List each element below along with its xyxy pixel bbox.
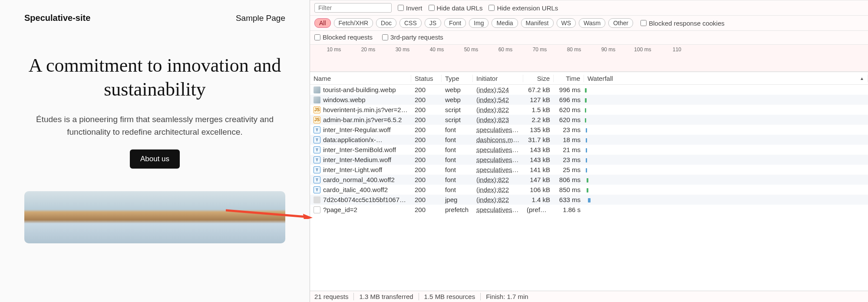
filter-toolbar-2: Blocked requests 3rd-party requests xyxy=(310,31,868,45)
network-request-row[interactable]: Tdata:application/x-…200fontdashicons.mi… xyxy=(310,135,868,145)
request-status: 200 xyxy=(411,156,442,163)
type-filter-all[interactable]: All xyxy=(314,18,331,28)
blocked-requests-checkbox[interactable]: Blocked requests xyxy=(314,33,373,41)
col-header-name[interactable]: Name xyxy=(310,75,411,82)
request-name: data:application/x-… xyxy=(323,136,383,143)
col-header-waterfall[interactable]: Waterfall▲ xyxy=(584,75,868,82)
type-filter-font[interactable]: Font xyxy=(444,18,466,28)
request-name: inter_Inter-Light.woff xyxy=(323,166,382,173)
request-size: 141 kB xyxy=(523,166,554,173)
network-request-row[interactable]: JShoverintent-js.min.js?ver=2.2.1200scri… xyxy=(310,105,868,115)
network-request-row[interactable]: Tinter_Inter-Medium.woff200fontspeculati… xyxy=(310,155,868,165)
network-summary-bar: 21 requests 1.3 MB transferred 1.5 MB re… xyxy=(310,291,868,302)
request-initiator[interactable]: speculativesite.kir xyxy=(473,126,523,133)
network-request-row[interactable]: Tinter_Inter-Light.woff200fontspeculativ… xyxy=(310,165,868,175)
network-request-row[interactable]: ?page_id=2200prefetchspeculativesite.kir… xyxy=(310,205,868,215)
request-initiator[interactable]: (index):822 xyxy=(473,106,523,113)
type-filter-js[interactable]: JS xyxy=(425,18,441,28)
request-status: 200 xyxy=(411,126,442,133)
request-status: 200 xyxy=(411,116,442,123)
timeline-tick: 90 ms xyxy=(601,46,616,53)
request-initiator[interactable]: (index):822 xyxy=(473,186,523,193)
type-filter-media[interactable]: Media xyxy=(492,18,518,28)
network-request-row[interactable]: Tinter_Inter-Regular.woff200fontspeculat… xyxy=(310,125,868,135)
request-initiator[interactable]: (index):524 xyxy=(473,86,523,93)
type-filter-doc[interactable]: Doc xyxy=(376,18,396,28)
request-waterfall xyxy=(584,96,868,103)
request-waterfall xyxy=(584,166,868,173)
network-request-row[interactable]: 7d2c4b074cc5c1b5bf106751cc…200jpeg(index… xyxy=(310,195,868,205)
timeline-tick: 50 ms xyxy=(464,46,479,53)
request-name: ?page_id=2 xyxy=(323,206,357,213)
type-filter-manifest[interactable]: Manifest xyxy=(521,18,554,28)
col-header-time[interactable]: Time xyxy=(554,75,584,82)
network-table-body: tourist-and-building.webp200webp(index):… xyxy=(310,85,868,291)
request-waterfall xyxy=(584,116,868,123)
hero-subtitle: Études is a pioneering firm that seamles… xyxy=(24,113,285,138)
third-party-requests-checkbox[interactable]: 3rd-party requests xyxy=(382,33,443,41)
request-type: webp xyxy=(442,86,473,93)
request-type: jpeg xyxy=(442,196,473,203)
request-time: 1.86 s xyxy=(554,206,584,213)
network-request-row[interactable]: windows.webp200webp(index):542127 kB696 … xyxy=(310,95,868,105)
request-waterfall xyxy=(584,86,868,93)
request-time: 996 ms xyxy=(554,86,584,93)
col-header-initiator[interactable]: Initiator xyxy=(473,75,523,82)
request-initiator[interactable]: (index):542 xyxy=(473,96,523,103)
file-type-icon: T xyxy=(314,156,320,163)
request-initiator[interactable]: speculativesite.kir xyxy=(473,156,523,163)
filter-input[interactable] xyxy=(314,3,392,13)
network-request-row[interactable]: tourist-and-building.webp200webp(index):… xyxy=(310,85,868,95)
filter-toolbar: Invert Hide data URLs Hide extension URL… xyxy=(310,0,868,16)
request-initiator[interactable]: dashicons.min.css xyxy=(473,136,523,143)
request-name: inter_Inter-Medium.woff xyxy=(323,156,391,163)
request-initiator[interactable]: speculativesite.kir xyxy=(473,166,523,173)
hero-title: A commitment to innovation and sustainab… xyxy=(24,53,285,101)
timeline-tick: 10 ms xyxy=(327,46,341,53)
type-filter-ws[interactable]: WS xyxy=(557,18,576,28)
request-time: 25 ms xyxy=(554,166,584,173)
type-filter-img[interactable]: Img xyxy=(469,18,488,28)
request-initiator[interactable]: speculativesite.kir xyxy=(473,146,523,153)
type-filter-other[interactable]: Other xyxy=(608,18,633,28)
request-initiator[interactable]: (index):822 xyxy=(473,176,523,183)
type-filter-wasm[interactable]: Wasm xyxy=(579,18,605,28)
file-type-icon xyxy=(314,196,320,203)
site-title[interactable]: Speculative-site xyxy=(24,13,90,23)
network-table-header: Name Status Type Initiator Size Time Wat… xyxy=(310,72,868,85)
request-initiator[interactable]: (index):822 xyxy=(473,196,523,203)
network-request-row[interactable]: Tcardo_italic_400.woff2200font(index):82… xyxy=(310,185,868,195)
col-header-status[interactable]: Status xyxy=(411,75,442,82)
col-header-size[interactable]: Size xyxy=(523,75,554,82)
network-request-row[interactable]: Tcardo_normal_400.woff2200font(index):82… xyxy=(310,175,868,185)
request-waterfall xyxy=(584,136,868,143)
hide-extension-urls-checkbox[interactable]: Hide extension URLs xyxy=(488,4,558,12)
type-filter-css[interactable]: CSS xyxy=(399,18,422,28)
file-type-icon: T xyxy=(314,136,320,143)
network-request-row[interactable]: JSadmin-bar.min.js?ver=6.5.2200script(in… xyxy=(310,115,868,125)
request-time: 23 ms xyxy=(554,126,584,133)
invert-checkbox[interactable]: Invert xyxy=(398,4,422,12)
blocked-response-cookies-checkbox[interactable]: Blocked response cookies xyxy=(640,20,724,27)
hide-data-urls-checkbox[interactable]: Hide data URLs xyxy=(429,4,483,12)
network-request-row[interactable]: Tinter_Inter-SemiBold.woff200fontspecula… xyxy=(310,145,868,155)
request-waterfall xyxy=(584,206,868,213)
request-initiator[interactable]: (index):823 xyxy=(473,116,523,123)
file-type-icon: T xyxy=(314,176,320,183)
request-waterfall xyxy=(584,156,868,163)
about-us-button[interactable]: About us xyxy=(130,149,180,169)
file-type-icon xyxy=(314,96,320,103)
type-filter-fetch-xhr[interactable]: Fetch/XHR xyxy=(334,18,373,28)
file-type-icon: T xyxy=(314,146,320,153)
file-type-icon: JS xyxy=(314,116,320,123)
col-header-type[interactable]: Type xyxy=(442,75,473,82)
timeline-tick: 20 ms xyxy=(361,46,376,53)
request-size: 1.5 kB xyxy=(523,106,554,113)
request-size: 67.2 kB xyxy=(523,86,554,93)
request-initiator[interactable]: speculativesite.kir xyxy=(473,206,523,213)
timeline-overview[interactable]: 10 ms20 ms30 ms40 ms50 ms60 ms70 ms80 ms… xyxy=(310,45,868,72)
request-status: 200 xyxy=(411,186,442,193)
nav-link-sample-page[interactable]: Sample Page xyxy=(236,13,285,23)
request-time: 633 ms xyxy=(554,196,584,203)
request-type: script xyxy=(442,116,473,123)
